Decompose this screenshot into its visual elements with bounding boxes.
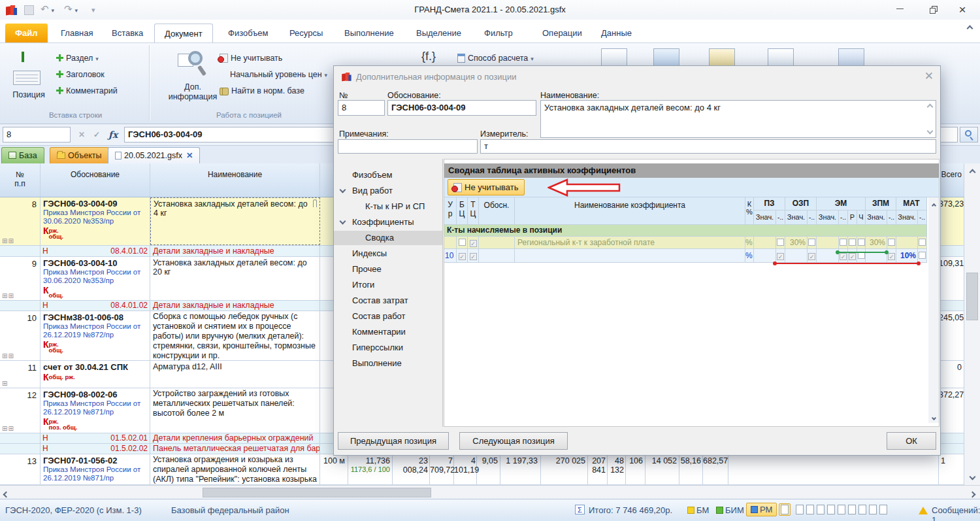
checkbox[interactable]	[459, 239, 466, 246]
tab-resources[interactable]: Ресурсы	[280, 24, 333, 42]
nav-comments[interactable]: Комментарии	[334, 325, 442, 339]
expand-icons[interactable]: ⊞⊞	[2, 237, 14, 244]
status-messages[interactable]: Сообщений: 1	[932, 505, 980, 521]
cancel-icon[interactable]: ✕	[78, 130, 85, 139]
formula-badge[interactable]: {f.}	[421, 50, 436, 63]
expand-icons[interactable]: ⊞	[2, 380, 8, 387]
unit-field[interactable]: т	[480, 139, 936, 154]
scroll-up-icon[interactable]	[964, 167, 980, 176]
nav-k-nr-sp[interactable]: К-ты к НР и СП	[334, 199, 442, 214]
not-account-button[interactable]: Не учитывать	[220, 51, 282, 65]
status-tool-selected[interactable]	[779, 503, 791, 516]
nav-execution[interactable]: Выполнение	[334, 356, 442, 371]
close-button[interactable]: ×	[947, 0, 977, 20]
nav-totals[interactable]: Итоги	[334, 278, 442, 292]
tab-estimate-file[interactable]: 20.05.2021.gsfx✕	[108, 147, 200, 163]
checkbox[interactable]: ✓	[840, 253, 847, 260]
checkbox[interactable]: ✓	[459, 253, 466, 260]
not-account-button-dialog[interactable]: Не учитывать	[448, 179, 525, 195]
dialog-close-icon[interactable]: ✕	[924, 69, 934, 83]
restore-button[interactable]	[917, 0, 947, 20]
expand-icons[interactable]: ⊞⊞	[2, 292, 14, 299]
tab-filter[interactable]: Фильтр	[474, 24, 523, 42]
calc-method-button[interactable]: Способ расчета▾	[457, 51, 534, 65]
checkbox[interactable]: ✓	[808, 253, 815, 260]
panel-scrollbar[interactable]	[928, 197, 939, 423]
checkbox[interactable]: ✓	[470, 240, 477, 247]
horizontal-scrollbar[interactable]	[0, 485, 980, 499]
tab-data[interactable]: Данные	[591, 24, 642, 42]
checkbox[interactable]	[840, 239, 847, 246]
ribbon-book-icon[interactable]	[838, 48, 864, 67]
status-tool-icon[interactable]	[858, 505, 866, 514]
expand-icons[interactable]: ⊞⊞	[2, 425, 14, 432]
checkbox[interactable]: ✓	[849, 253, 856, 260]
nav-work-type[interactable]: Вид работ	[334, 184, 442, 198]
ribbon-report-icon[interactable]	[601, 48, 627, 67]
collapse-ribbon-icon[interactable]	[967, 25, 973, 32]
tab-insert[interactable]: Вставка	[102, 24, 153, 42]
checkbox[interactable]	[808, 239, 815, 246]
scroll-down-icon[interactable]	[928, 412, 939, 422]
comment-button[interactable]: Комментарий	[56, 84, 118, 98]
status-tool-icon[interactable]	[827, 505, 835, 514]
scroll-up-icon[interactable]	[927, 104, 934, 110]
nav-work-structure[interactable]: Состав работ	[334, 309, 442, 324]
nav-physvolume[interactable]: Физобъем	[334, 168, 442, 182]
nav-coefficients[interactable]: Коэффициенты	[334, 215, 442, 229]
find-in-base-button[interactable]: Найти в норм. базе	[220, 84, 304, 98]
name-field[interactable]: Установка закладных деталей весом: до 4 …	[540, 100, 936, 138]
nav-hyperlinks[interactable]: Гиперссылки	[334, 341, 442, 355]
tab-home[interactable]: Главная	[51, 24, 103, 42]
mode-bm[interactable]: БМ	[687, 505, 709, 515]
mode-bim[interactable]: БИМ	[716, 505, 744, 515]
mode-rm[interactable]: РМ	[746, 503, 777, 516]
fx-icon[interactable]: ƒx	[108, 129, 118, 140]
minimize-button[interactable]	[885, 0, 915, 20]
nav-summary[interactable]: Сводка	[334, 231, 442, 245]
tab-execution[interactable]: Выполнение	[335, 24, 404, 42]
search-button[interactable]	[960, 127, 978, 143]
status-tool-icon[interactable]	[838, 505, 845, 514]
ribbon-text-icon[interactable]	[768, 48, 794, 67]
table-row[interactable]: 13 ГЭСН07-01-056-02 Приказ Минстроя Росс…	[0, 454, 964, 485]
tab-physvolume[interactable]: Физобъем	[218, 24, 278, 42]
checkbox[interactable]	[888, 239, 895, 246]
tab-selection[interactable]: Выделение	[406, 24, 471, 42]
checkbox[interactable]	[919, 239, 926, 246]
ribbon-hand-grid-icon[interactable]	[709, 48, 735, 67]
row-number-input[interactable]: 8	[3, 127, 71, 143]
tab-base[interactable]: База	[1, 147, 44, 163]
checkbox[interactable]	[777, 239, 784, 246]
scroll-right-icon[interactable]	[970, 490, 975, 499]
selected-cell[interactable]: Установка закладных деталей весом: до 4 …	[150, 197, 320, 245]
next-position-button[interactable]: Следующая позиция	[459, 432, 568, 450]
section-button[interactable]: Раздел▾	[56, 51, 99, 65]
status-tool-icon[interactable]	[796, 505, 804, 514]
header-button[interactable]: Заголовок	[56, 67, 105, 82]
scroll-down-icon[interactable]	[964, 472, 980, 481]
tab-document[interactable]: Документ	[154, 24, 213, 42]
checkbox[interactable]	[858, 239, 865, 246]
nav-cost-structure[interactable]: Состав затрат	[334, 294, 442, 308]
status-tool-icon[interactable]	[848, 505, 856, 514]
scroll-down-icon[interactable]	[927, 128, 934, 135]
checkbox[interactable]	[849, 239, 856, 246]
scrollbar-thumb[interactable]	[203, 488, 431, 497]
previous-position-button[interactable]: Предыдущая позиция	[338, 432, 449, 450]
vertical-scrollbar[interactable]	[964, 163, 980, 485]
initial-price-level-button[interactable]: Начальный уровень цен▾	[230, 67, 327, 82]
tab-file[interactable]: Файл	[5, 24, 48, 42]
tab-operations[interactable]: Операции	[532, 24, 592, 42]
status-tool-icon[interactable]	[806, 505, 814, 514]
nav-other[interactable]: Прочее	[334, 262, 442, 277]
status-tool-strip[interactable]	[794, 505, 889, 514]
num-field[interactable]: 8	[338, 100, 385, 116]
status-tool-icon[interactable]	[817, 505, 825, 514]
ok-button[interactable]: ОК	[887, 432, 936, 450]
notes-field[interactable]	[338, 139, 478, 154]
nav-indexes[interactable]: Индексы	[334, 246, 442, 261]
tab-objects[interactable]: Объекты	[50, 147, 109, 163]
checkbox[interactable]: ✓	[888, 253, 895, 260]
scroll-left-icon[interactable]	[4, 490, 8, 499]
